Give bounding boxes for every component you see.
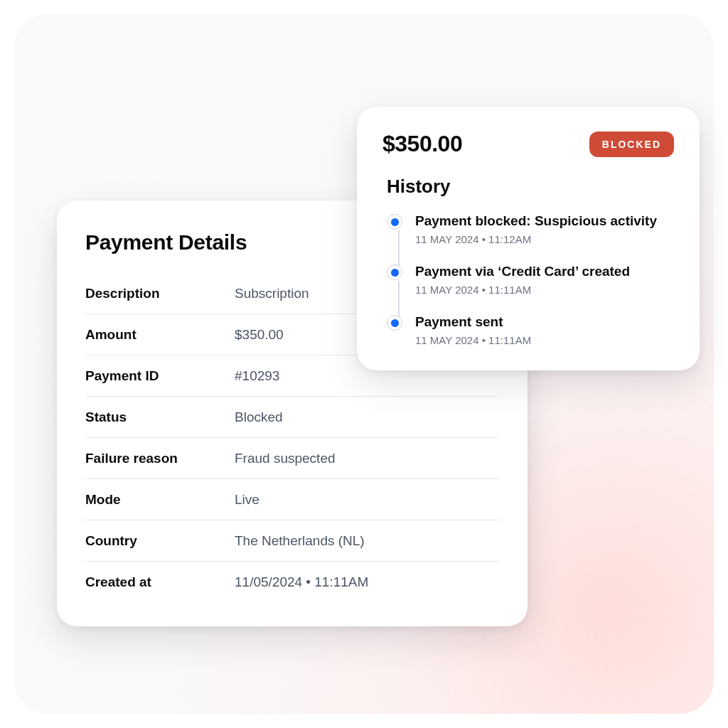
history-title: History [387,176,674,198]
history-header: $350.00 BLOCKED [382,131,674,157]
timeline-event-time: 11 MAY 2024 • 11:11AM [415,334,674,346]
detail-label: Failure reason [85,451,235,466]
timeline-event-title: Payment blocked: Suspicious activity [415,213,674,229]
detail-value: $350.00 [235,327,284,343]
detail-row-mode: Mode Live [85,479,499,520]
detail-value: Blocked [235,410,283,425]
detail-value: The Netherlands (NL) [235,533,365,549]
detail-row-status: Status Blocked [85,397,499,438]
detail-label: Description [85,286,235,301]
detail-label: Created at [85,574,235,590]
detail-value: Live [235,492,259,508]
timeline-dot-icon [387,214,402,230]
detail-value: 11/05/2024 • 11:11AM [235,574,368,590]
detail-value: #10293 [235,368,279,384]
timeline-dot-icon [387,315,402,331]
detail-label: Country [85,533,235,549]
payment-history-card: $350.00 BLOCKED History Payment blocked:… [357,107,700,370]
history-timeline: Payment blocked: Suspicious activity 11 … [382,213,674,346]
detail-value: Subscription [235,286,309,301]
detail-row-country: Country The Netherlands (NL) [85,520,499,562]
timeline-event-title: Payment via ‘Credit Card’ created [415,264,674,279]
timeline-body: Payment via ‘Credit Card’ created 11 MAY… [415,264,674,296]
timeline-dot-icon [387,264,402,280]
timeline-item: Payment sent 11 MAY 2024 • 11:11AM [387,314,674,346]
detail-label: Payment ID [85,368,235,384]
timeline-body: Payment sent 11 MAY 2024 • 11:11AM [415,314,674,346]
detail-row-created-at: Created at 11/05/2024 • 11:11AM [85,562,499,602]
timeline-event-time: 11 MAY 2024 • 11:11AM [415,284,674,296]
detail-label: Status [85,410,235,425]
timeline-connector [398,281,400,317]
detail-label: Amount [85,327,235,343]
status-badge: BLOCKED [589,132,674,157]
payment-amount: $350.00 [382,131,462,157]
timeline-item: Payment blocked: Suspicious activity 11 … [387,213,674,264]
timeline-body: Payment blocked: Suspicious activity 11 … [415,213,674,245]
app-canvas: Payment Details Description Subscription… [14,14,714,714]
timeline-connector [398,230,400,267]
detail-value: Fraud suspected [235,451,336,466]
detail-row-failure-reason: Failure reason Fraud suspected [85,438,499,479]
timeline-event-title: Payment sent [415,314,674,330]
timeline-item: Payment via ‘Credit Card’ created 11 MAY… [387,264,674,314]
detail-label: Mode [85,492,235,508]
timeline-event-time: 11 MAY 2024 • 11:12AM [415,233,674,245]
